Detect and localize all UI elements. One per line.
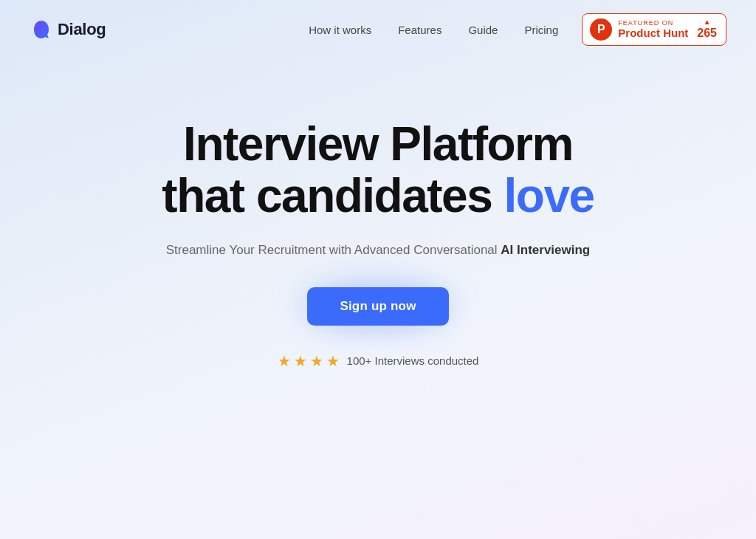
star-1: ★ — [278, 352, 291, 370]
product-hunt-text: FEATURED ON Product Hunt — [618, 19, 688, 41]
product-hunt-icon: P — [590, 18, 612, 41]
logo-text: Dialog — [58, 20, 106, 39]
star-4: ★ — [326, 352, 340, 370]
logo[interactable]: Dialog — [30, 18, 106, 41]
hero-subtitle-bold: AI Interviewing — [501, 243, 590, 257]
nav-link-how-it-works[interactable]: How it works — [309, 24, 371, 36]
ph-votes: ▲ 265 — [697, 18, 717, 40]
nav-link-pricing[interactable]: Pricing — [524, 24, 558, 36]
nav-links: How it works Features Guide Pricing — [309, 24, 558, 36]
reviews-text: 100+ Interviews conducted — [347, 354, 479, 367]
hero-section: Interview Platform that candidates love … — [0, 59, 756, 370]
hero-subtitle-plain: Streamline Your Recruitment with Advance… — [166, 243, 501, 257]
logo-icon — [30, 18, 53, 41]
star-3: ★ — [310, 352, 323, 370]
ph-name: Product Hunt — [618, 27, 688, 40]
nav-link-features[interactable]: Features — [398, 24, 441, 36]
signup-button[interactable]: Sign up now — [307, 287, 448, 326]
hero-title-line2: that candidates — [162, 169, 504, 222]
ph-vote-count: 265 — [697, 26, 717, 40]
stars: ★ ★ ★ ★ — [278, 352, 340, 370]
hero-title: Interview Platform that candidates love — [162, 118, 594, 222]
nav-link-guide[interactable]: Guide — [468, 24, 498, 36]
hero-title-line1: Interview Platform — [183, 117, 573, 171]
product-hunt-badge[interactable]: P FEATURED ON Product Hunt ▲ 265 — [582, 13, 726, 46]
cta-wrapper: Sign up now — [307, 287, 448, 326]
star-2: ★ — [294, 352, 307, 370]
ph-arrow-icon: ▲ — [704, 18, 711, 26]
hero-subtitle: Streamline Your Recruitment with Advance… — [166, 243, 591, 258]
reviews: ★ ★ ★ ★ 100+ Interviews conducted — [278, 352, 479, 370]
hero-title-love: love — [504, 169, 594, 222]
navbar: Dialog How it works Features Guide Prici… — [0, 0, 756, 59]
ph-featured-label: FEATURED ON — [618, 19, 688, 27]
